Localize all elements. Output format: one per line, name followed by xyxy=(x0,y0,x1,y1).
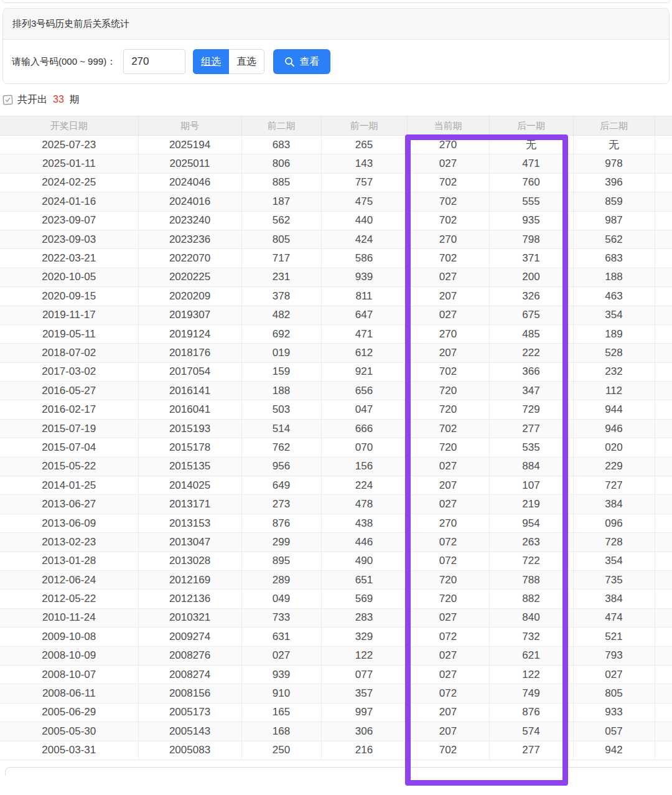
table-row: 2023-09-032023236805424270798562 xyxy=(0,230,672,248)
table-cell: 514 xyxy=(241,419,321,438)
table-cell: 702 xyxy=(407,419,489,438)
table-cell: 939 xyxy=(241,665,321,684)
table-cell: 077 xyxy=(321,665,407,684)
column-header: 期号 xyxy=(138,116,241,136)
table-cell: 702 xyxy=(407,741,489,760)
table-cell: 2005143 xyxy=(138,722,241,741)
table-cell: 357 xyxy=(321,684,407,703)
view-button[interactable]: 查看 xyxy=(273,49,330,74)
table-cell: 702 xyxy=(407,249,489,268)
table-cell xyxy=(655,457,672,476)
table-cell: 2024016 xyxy=(138,192,241,211)
number-input-label: 请输入号码(000 ~ 999)： xyxy=(12,56,116,68)
table-cell: 2010-11-24 xyxy=(0,608,138,627)
table-cell xyxy=(655,230,672,248)
clipboard-check-icon xyxy=(2,94,13,106)
previous-panel-bottom-edge xyxy=(2,0,670,3)
table-cell: 027 xyxy=(407,268,489,286)
table-cell: 299 xyxy=(241,533,321,552)
table-cell: 720 xyxy=(407,570,489,589)
table-cell: 270 xyxy=(407,136,489,154)
table-cell: 2005-05-30 xyxy=(0,722,138,741)
number-input[interactable] xyxy=(123,49,185,74)
table-cell: 207 xyxy=(407,722,489,741)
table-cell xyxy=(655,722,672,741)
table-cell: 840 xyxy=(489,608,573,627)
table-row: 2024-02-252024046885757702760396 xyxy=(0,173,672,192)
table-cell: 2010321 xyxy=(138,608,241,627)
table-cell: 229 xyxy=(573,457,655,476)
table-cell: 216 xyxy=(321,741,407,760)
table-cell: 2012136 xyxy=(138,590,241,608)
table-cell: 2015135 xyxy=(138,457,241,476)
table-cell: 159 xyxy=(241,362,321,381)
table-row: 2005-06-292005173165997207876933 xyxy=(0,703,672,722)
table-cell: 2019-11-17 xyxy=(0,306,138,324)
table-cell: 474 xyxy=(573,608,655,627)
table-cell: 720 xyxy=(407,438,489,457)
table-cell: 027 xyxy=(407,608,489,627)
table-cell xyxy=(655,211,672,230)
table-cell: 168 xyxy=(241,722,321,741)
table-cell: 156 xyxy=(321,457,407,476)
table-cell: 2013-02-23 xyxy=(0,533,138,552)
table-cell: 057 xyxy=(573,722,655,741)
select-mode-toggle: 组选 直选 xyxy=(193,49,264,74)
table-cell: 651 xyxy=(321,570,407,589)
table-cell: 273 xyxy=(241,495,321,514)
panel-title: 排列3号码历史前后关系统计 xyxy=(3,9,669,40)
table-cell: 471 xyxy=(321,324,407,343)
table-row: 2012-05-222012136049569720882384 xyxy=(0,590,672,608)
table-cell: 219 xyxy=(489,495,573,514)
table-cell xyxy=(655,703,672,722)
table-cell: 2009-10-08 xyxy=(0,628,138,646)
table-cell: 371 xyxy=(489,249,573,268)
table-cell: 027 xyxy=(241,646,321,665)
table-cell: 757 xyxy=(321,173,407,192)
table-cell: 200 xyxy=(489,268,573,286)
table-cell: 733 xyxy=(241,608,321,627)
table-cell: 250 xyxy=(241,741,321,760)
table-cell xyxy=(655,306,672,324)
table-cell: 2005083 xyxy=(138,741,241,760)
table-cell: 2008274 xyxy=(138,665,241,684)
table-row: 2024-01-162024016187475702555859 xyxy=(0,192,672,211)
table-cell: 503 xyxy=(241,400,321,419)
query-form: 请输入号码(000 ~ 999)： 组选 直选 查看 xyxy=(3,40,669,83)
table-cell: 882 xyxy=(489,590,573,608)
table-cell: 683 xyxy=(241,136,321,154)
table-header-row: 开奖日期期号前二期前一期当前期后一期后二期 xyxy=(0,116,672,136)
column-header: 后二期 xyxy=(573,116,655,136)
table-cell: 895 xyxy=(241,552,321,570)
table-cell: 574 xyxy=(489,722,573,741)
table-cell: 702 xyxy=(407,192,489,211)
summary-prefix: 共开出 xyxy=(17,93,47,106)
table-cell: 885 xyxy=(241,173,321,192)
table-cell: 793 xyxy=(573,646,655,665)
table-cell: 189 xyxy=(573,324,655,343)
table-cell: 997 xyxy=(321,703,407,722)
table-cell: 347 xyxy=(489,382,573,400)
table-cell: 2024046 xyxy=(138,173,241,192)
table-cell: 2008-06-11 xyxy=(0,684,138,703)
table-cell: 921 xyxy=(321,362,407,381)
table-cell: 586 xyxy=(321,249,407,268)
column-header xyxy=(655,116,672,136)
table-cell: 384 xyxy=(573,590,655,608)
table-cell: 143 xyxy=(321,154,407,173)
direct-select-button[interactable]: 直选 xyxy=(229,49,264,74)
table-cell: 463 xyxy=(573,287,655,306)
table-cell: 811 xyxy=(321,287,407,306)
table-cell: 122 xyxy=(321,646,407,665)
table-cell: 2014-01-25 xyxy=(0,476,138,495)
query-panel: 排列3号码历史前后关系统计 请输入号码(000 ~ 999)： 组选 直选 查看 xyxy=(2,8,670,84)
table-cell: 354 xyxy=(573,306,655,324)
table-cell: 289 xyxy=(241,570,321,589)
table-cell: 2024-02-25 xyxy=(0,173,138,192)
table-cell: 无 xyxy=(573,136,655,154)
table-cell: 2008-10-07 xyxy=(0,665,138,684)
table-cell: 424 xyxy=(321,230,407,248)
table-cell xyxy=(655,419,672,438)
table-cell: 2017054 xyxy=(138,362,241,381)
group-select-button[interactable]: 组选 xyxy=(193,49,229,74)
